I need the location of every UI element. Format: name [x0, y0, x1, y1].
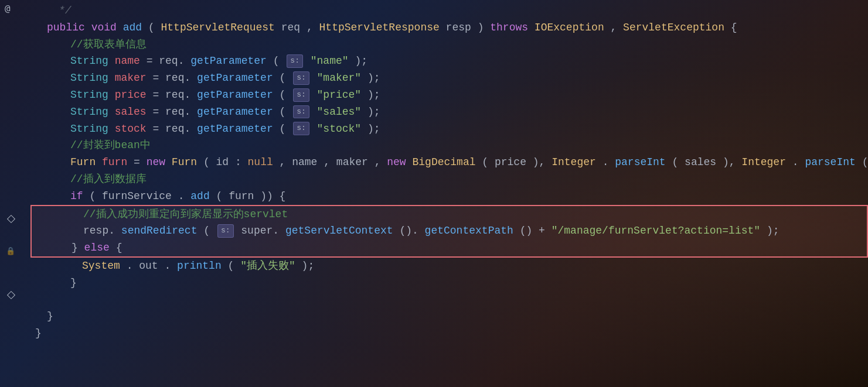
- token-kw2-string5: String: [70, 123, 115, 135]
- token-str-stock: "stock": [317, 123, 362, 135]
- token-semi1: );: [355, 55, 367, 67]
- token-eq5: =: [152, 123, 165, 135]
- line-comment-close: */: [30, 2, 868, 19]
- line-close-method: }: [30, 308, 868, 325]
- token-colon1: :: [235, 156, 248, 168]
- token-dot5: .: [164, 260, 171, 272]
- token-kw-public: public: [47, 22, 91, 33]
- token-rparen3: ),: [723, 156, 741, 168]
- token-var-stock: stock: [115, 123, 153, 135]
- gutter-diamond-1: [8, 211, 14, 228]
- token-name2: name: [292, 156, 317, 168]
- token-lparen5: (: [280, 106, 286, 118]
- token-eq1: =: [147, 55, 159, 67]
- token-price2: price: [495, 156, 526, 168]
- token-cls-furn1: Furn: [70, 156, 102, 168]
- token-lparen8: (: [482, 156, 488, 168]
- token-semi7: );: [302, 260, 315, 272]
- token-str-path: "/manage/furnServlet?action=list": [552, 225, 760, 237]
- token-comma2: ,: [611, 22, 624, 33]
- token-dot1: .: [603, 156, 609, 168]
- token-rparen6: () +: [520, 225, 552, 237]
- badge-s2: s:: [293, 71, 309, 85]
- badge-s5: s:: [293, 122, 309, 135]
- token-cls-bigdec: BigDecimal: [412, 156, 475, 168]
- token-rparen2: ),: [533, 156, 552, 168]
- token-kw-new1: new: [147, 156, 172, 168]
- code-lines: */ public void add ( HttpServletRequest …: [30, 0, 868, 344]
- token-fn-getparam3: getParameter: [197, 89, 273, 101]
- token-close-brace2: }: [70, 277, 77, 289]
- token-maker2: maker: [336, 156, 368, 168]
- token-kw2-string4: String: [70, 106, 115, 118]
- token-fn-add2: add: [190, 190, 209, 202]
- token-kw-else: else: [84, 242, 116, 254]
- token-rparen4: )) {: [260, 190, 285, 202]
- token-out: out: [139, 260, 158, 272]
- token-fn-getparam2: getParameter: [197, 72, 273, 84]
- token-fn-getcontextpath: getContextPath: [425, 225, 513, 237]
- token-sales2: sales: [685, 156, 716, 168]
- badge-s4: s:: [293, 105, 309, 119]
- line-send-redirect: resp. sendRedirect ( s: super. getServle…: [30, 222, 868, 239]
- token-comment-bean: //封装到bean中: [70, 139, 151, 151]
- token-comma1: ,: [307, 22, 319, 33]
- token-var-sales: sales: [115, 106, 153, 118]
- gutter-diamond-2: [8, 287, 14, 304]
- line-comment-getform: //获取表单信息: [30, 36, 868, 53]
- token-kw-new2: new: [387, 156, 412, 168]
- token-str-price: "price": [317, 89, 362, 101]
- badge-s1: s:: [287, 54, 303, 68]
- token-close-brace4: }: [35, 327, 42, 339]
- token-dot4: .: [127, 260, 133, 272]
- token-cls-int2: Integer: [741, 156, 786, 168]
- token-lparen4: (: [280, 89, 286, 101]
- token-comment-redirect: //插入成功则重定向到家居显示的servlet: [83, 208, 288, 220]
- token-cls-int1: Integer: [552, 156, 596, 168]
- token-cls-ioexc: IOException: [535, 22, 604, 33]
- token-cls-servletexc: ServletException: [623, 22, 731, 33]
- token-fn-sendredirect: sendRedirect: [121, 225, 198, 237]
- token-lparen3: (: [280, 72, 286, 84]
- token-comma5: ,: [375, 156, 387, 168]
- line-stock: String stock = req. getParameter ( s: "s…: [30, 121, 868, 138]
- token-comma3: ,: [280, 156, 292, 168]
- token-close-brace1: }: [72, 242, 84, 254]
- line-close-if: }: [30, 275, 868, 292]
- token-req5: req.: [165, 123, 190, 135]
- token-dot2: .: [792, 156, 799, 168]
- token-eq4: =: [152, 106, 165, 118]
- token-fn-getservletctx: getServletContext: [285, 225, 393, 237]
- token-fn-getparam5: getParameter: [197, 123, 273, 135]
- token-open-brace2: {: [116, 242, 122, 254]
- token-kw2-string2: String: [70, 72, 115, 84]
- token-lparen10: (st...: [862, 156, 868, 168]
- token-kw2-string1: String: [70, 55, 115, 67]
- line-comment-db: //插入到数据库: [30, 171, 868, 188]
- token-lparen13: (: [203, 225, 210, 237]
- token-cls-httpreq: HttpServletRequest: [161, 22, 281, 33]
- line-else-stmt: } else {: [30, 239, 868, 258]
- line-name: String name = req. getParameter ( s: "na…: [30, 53, 868, 70]
- token-fn-add: add: [123, 22, 142, 33]
- token-semi6: );: [767, 225, 780, 237]
- token-str-name: "name": [311, 55, 349, 67]
- token-var-furn: furn: [102, 156, 134, 168]
- token-eq6: =: [134, 156, 147, 168]
- gutter-lock-1: 🔒: [6, 246, 15, 258]
- token-kw-void: void: [91, 22, 123, 33]
- token-req2: req.: [165, 72, 190, 84]
- token-comma4: ,: [324, 156, 336, 168]
- line-comment-bean: //封装到bean中: [30, 137, 868, 154]
- token-lparen12: (: [216, 190, 223, 202]
- token-semi5: );: [367, 123, 380, 135]
- token-var-name: name: [115, 55, 147, 67]
- token-resp: resp.: [83, 225, 115, 237]
- line-method-sig: public void add ( HttpServletRequest req…: [30, 19, 868, 36]
- token-semi3: );: [367, 89, 380, 101]
- token-eq2: =: [152, 72, 165, 84]
- token-str-sales: "sales": [317, 106, 362, 118]
- token-semi2: );: [367, 72, 380, 84]
- token-str-maker: "maker": [317, 72, 362, 84]
- token-lparen2: (: [273, 55, 280, 67]
